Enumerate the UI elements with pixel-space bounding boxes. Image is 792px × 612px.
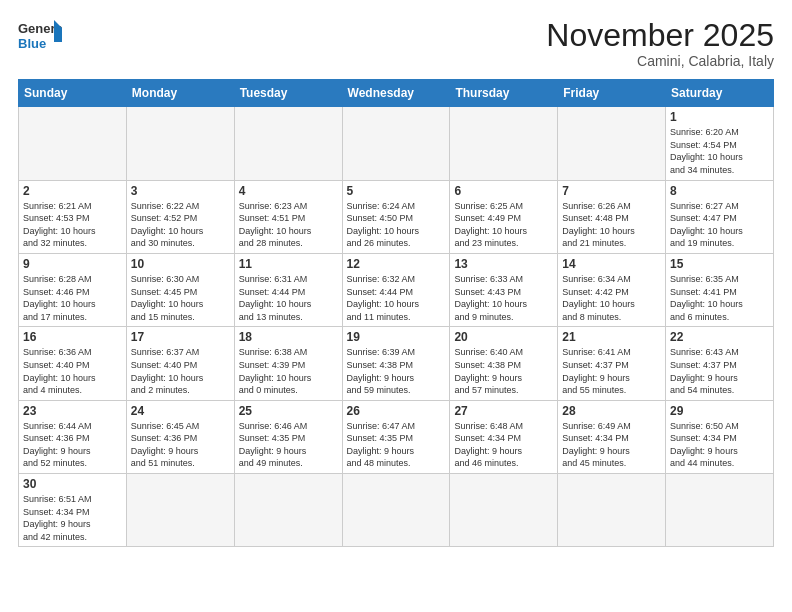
day-number: 28 bbox=[562, 404, 661, 418]
day-info: Sunrise: 6:41 AM Sunset: 4:37 PM Dayligh… bbox=[562, 346, 661, 396]
day-number: 4 bbox=[239, 184, 338, 198]
day-number: 30 bbox=[23, 477, 122, 491]
day-number: 13 bbox=[454, 257, 553, 271]
calendar-cell: 1Sunrise: 6:20 AM Sunset: 4:54 PM Daylig… bbox=[666, 107, 774, 180]
title-block: November 2025 Camini, Calabria, Italy bbox=[546, 18, 774, 69]
day-number: 2 bbox=[23, 184, 122, 198]
day-info: Sunrise: 6:36 AM Sunset: 4:40 PM Dayligh… bbox=[23, 346, 122, 396]
calendar-cell bbox=[558, 107, 666, 180]
generalblue-logo-icon: General Blue bbox=[18, 18, 62, 56]
calendar-cell bbox=[234, 107, 342, 180]
calendar-cell: 6Sunrise: 6:25 AM Sunset: 4:49 PM Daylig… bbox=[450, 180, 558, 253]
day-number: 9 bbox=[23, 257, 122, 271]
calendar-cell bbox=[450, 107, 558, 180]
day-number: 27 bbox=[454, 404, 553, 418]
day-info: Sunrise: 6:21 AM Sunset: 4:53 PM Dayligh… bbox=[23, 200, 122, 250]
calendar-cell: 27Sunrise: 6:48 AM Sunset: 4:34 PM Dayli… bbox=[450, 400, 558, 473]
day-info: Sunrise: 6:32 AM Sunset: 4:44 PM Dayligh… bbox=[347, 273, 446, 323]
calendar-cell: 24Sunrise: 6:45 AM Sunset: 4:36 PM Dayli… bbox=[126, 400, 234, 473]
calendar-cell bbox=[342, 474, 450, 547]
calendar-cell: 25Sunrise: 6:46 AM Sunset: 4:35 PM Dayli… bbox=[234, 400, 342, 473]
day-info: Sunrise: 6:25 AM Sunset: 4:49 PM Dayligh… bbox=[454, 200, 553, 250]
day-number: 11 bbox=[239, 257, 338, 271]
day-number: 16 bbox=[23, 330, 122, 344]
day-info: Sunrise: 6:45 AM Sunset: 4:36 PM Dayligh… bbox=[131, 420, 230, 470]
weekday-header-wednesday: Wednesday bbox=[342, 80, 450, 107]
weekday-header-tuesday: Tuesday bbox=[234, 80, 342, 107]
calendar-cell bbox=[234, 474, 342, 547]
day-info: Sunrise: 6:48 AM Sunset: 4:34 PM Dayligh… bbox=[454, 420, 553, 470]
day-info: Sunrise: 6:28 AM Sunset: 4:46 PM Dayligh… bbox=[23, 273, 122, 323]
day-number: 12 bbox=[347, 257, 446, 271]
calendar-cell: 21Sunrise: 6:41 AM Sunset: 4:37 PM Dayli… bbox=[558, 327, 666, 400]
calendar-cell: 8Sunrise: 6:27 AM Sunset: 4:47 PM Daylig… bbox=[666, 180, 774, 253]
calendar-cell: 10Sunrise: 6:30 AM Sunset: 4:45 PM Dayli… bbox=[126, 253, 234, 326]
svg-rect-3 bbox=[54, 28, 62, 42]
day-info: Sunrise: 6:35 AM Sunset: 4:41 PM Dayligh… bbox=[670, 273, 769, 323]
calendar-cell: 20Sunrise: 6:40 AM Sunset: 4:38 PM Dayli… bbox=[450, 327, 558, 400]
header: General Blue November 2025 Camini, Calab… bbox=[18, 18, 774, 69]
day-number: 10 bbox=[131, 257, 230, 271]
day-number: 7 bbox=[562, 184, 661, 198]
calendar-cell: 3Sunrise: 6:22 AM Sunset: 4:52 PM Daylig… bbox=[126, 180, 234, 253]
calendar-cell: 28Sunrise: 6:49 AM Sunset: 4:34 PM Dayli… bbox=[558, 400, 666, 473]
day-info: Sunrise: 6:34 AM Sunset: 4:42 PM Dayligh… bbox=[562, 273, 661, 323]
day-number: 26 bbox=[347, 404, 446, 418]
day-number: 8 bbox=[670, 184, 769, 198]
day-info: Sunrise: 6:30 AM Sunset: 4:45 PM Dayligh… bbox=[131, 273, 230, 323]
day-number: 19 bbox=[347, 330, 446, 344]
day-info: Sunrise: 6:43 AM Sunset: 4:37 PM Dayligh… bbox=[670, 346, 769, 396]
calendar-cell: 29Sunrise: 6:50 AM Sunset: 4:34 PM Dayli… bbox=[666, 400, 774, 473]
day-number: 1 bbox=[670, 110, 769, 124]
day-info: Sunrise: 6:49 AM Sunset: 4:34 PM Dayligh… bbox=[562, 420, 661, 470]
weekday-header-friday: Friday bbox=[558, 80, 666, 107]
day-info: Sunrise: 6:33 AM Sunset: 4:43 PM Dayligh… bbox=[454, 273, 553, 323]
page: General Blue November 2025 Camini, Calab… bbox=[0, 0, 792, 612]
calendar-cell: 11Sunrise: 6:31 AM Sunset: 4:44 PM Dayli… bbox=[234, 253, 342, 326]
day-number: 3 bbox=[131, 184, 230, 198]
day-info: Sunrise: 6:27 AM Sunset: 4:47 PM Dayligh… bbox=[670, 200, 769, 250]
day-number: 24 bbox=[131, 404, 230, 418]
calendar-cell: 18Sunrise: 6:38 AM Sunset: 4:39 PM Dayli… bbox=[234, 327, 342, 400]
calendar-table: SundayMondayTuesdayWednesdayThursdayFrid… bbox=[18, 79, 774, 547]
day-info: Sunrise: 6:47 AM Sunset: 4:35 PM Dayligh… bbox=[347, 420, 446, 470]
day-info: Sunrise: 6:31 AM Sunset: 4:44 PM Dayligh… bbox=[239, 273, 338, 323]
location: Camini, Calabria, Italy bbox=[546, 53, 774, 69]
day-info: Sunrise: 6:37 AM Sunset: 4:40 PM Dayligh… bbox=[131, 346, 230, 396]
day-info: Sunrise: 6:51 AM Sunset: 4:34 PM Dayligh… bbox=[23, 493, 122, 543]
calendar-cell: 4Sunrise: 6:23 AM Sunset: 4:51 PM Daylig… bbox=[234, 180, 342, 253]
day-number: 23 bbox=[23, 404, 122, 418]
calendar-cell: 5Sunrise: 6:24 AM Sunset: 4:50 PM Daylig… bbox=[342, 180, 450, 253]
calendar-cell: 17Sunrise: 6:37 AM Sunset: 4:40 PM Dayli… bbox=[126, 327, 234, 400]
calendar-cell: 15Sunrise: 6:35 AM Sunset: 4:41 PM Dayli… bbox=[666, 253, 774, 326]
day-info: Sunrise: 6:50 AM Sunset: 4:34 PM Dayligh… bbox=[670, 420, 769, 470]
day-number: 21 bbox=[562, 330, 661, 344]
day-info: Sunrise: 6:40 AM Sunset: 4:38 PM Dayligh… bbox=[454, 346, 553, 396]
calendar-cell: 7Sunrise: 6:26 AM Sunset: 4:48 PM Daylig… bbox=[558, 180, 666, 253]
calendar-cell: 9Sunrise: 6:28 AM Sunset: 4:46 PM Daylig… bbox=[19, 253, 127, 326]
calendar-cell bbox=[666, 474, 774, 547]
calendar-cell bbox=[558, 474, 666, 547]
calendar-cell: 16Sunrise: 6:36 AM Sunset: 4:40 PM Dayli… bbox=[19, 327, 127, 400]
calendar-cell: 13Sunrise: 6:33 AM Sunset: 4:43 PM Dayli… bbox=[450, 253, 558, 326]
day-number: 29 bbox=[670, 404, 769, 418]
weekday-header-sunday: Sunday bbox=[19, 80, 127, 107]
calendar-cell bbox=[450, 474, 558, 547]
day-number: 20 bbox=[454, 330, 553, 344]
calendar-cell: 22Sunrise: 6:43 AM Sunset: 4:37 PM Dayli… bbox=[666, 327, 774, 400]
calendar-cell bbox=[342, 107, 450, 180]
weekday-header-saturday: Saturday bbox=[666, 80, 774, 107]
day-info: Sunrise: 6:26 AM Sunset: 4:48 PM Dayligh… bbox=[562, 200, 661, 250]
calendar-cell: 2Sunrise: 6:21 AM Sunset: 4:53 PM Daylig… bbox=[19, 180, 127, 253]
calendar-cell: 19Sunrise: 6:39 AM Sunset: 4:38 PM Dayli… bbox=[342, 327, 450, 400]
day-number: 5 bbox=[347, 184, 446, 198]
calendar-cell: 26Sunrise: 6:47 AM Sunset: 4:35 PM Dayli… bbox=[342, 400, 450, 473]
calendar-cell bbox=[126, 474, 234, 547]
calendar-cell bbox=[19, 107, 127, 180]
day-info: Sunrise: 6:22 AM Sunset: 4:52 PM Dayligh… bbox=[131, 200, 230, 250]
day-number: 6 bbox=[454, 184, 553, 198]
day-info: Sunrise: 6:20 AM Sunset: 4:54 PM Dayligh… bbox=[670, 126, 769, 176]
day-number: 15 bbox=[670, 257, 769, 271]
calendar-cell: 12Sunrise: 6:32 AM Sunset: 4:44 PM Dayli… bbox=[342, 253, 450, 326]
day-info: Sunrise: 6:46 AM Sunset: 4:35 PM Dayligh… bbox=[239, 420, 338, 470]
